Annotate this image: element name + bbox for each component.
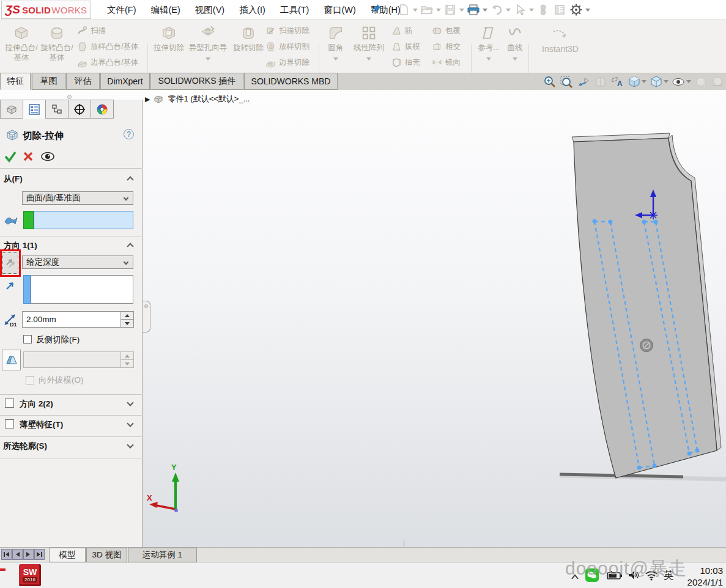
tab-configurationmanager[interactable] xyxy=(45,100,69,119)
tab-mbd[interactable]: SOLIDWORKS MBD xyxy=(244,73,338,90)
select-cursor-icon[interactable] xyxy=(513,2,527,17)
direction1-collapse-chevron[interactable] xyxy=(127,243,133,249)
next-tab-button[interactable] xyxy=(23,549,34,560)
clock[interactable]: 10:03 2024/1/1 xyxy=(684,565,723,587)
direction1-dropdown[interactable]: 给定深度 xyxy=(22,255,133,269)
save-dropdown[interactable] xyxy=(459,9,464,12)
revolved-boss-button[interactable]: 旋转凸台/基体 xyxy=(39,22,75,62)
display-style-icon[interactable] xyxy=(648,75,664,89)
thin-feature-expand-chevron[interactable] xyxy=(127,420,133,427)
section-view-icon[interactable] xyxy=(593,75,609,89)
tab-model[interactable]: 模型 xyxy=(49,548,86,562)
menu-insert[interactable]: 插入(I) xyxy=(232,4,273,16)
wrap-button[interactable]: 包覆 xyxy=(432,26,461,36)
depth-spinner[interactable] xyxy=(120,312,133,327)
direction1-selection-field[interactable] xyxy=(31,275,133,304)
extruded-cut-button[interactable]: 拉伸切除 xyxy=(152,22,186,53)
rib-button[interactable]: 筋 xyxy=(391,26,413,36)
hole-wizard-button[interactable]: 异型孔向导 xyxy=(187,22,229,61)
tab-evaluate[interactable]: 评估 xyxy=(66,73,100,90)
intersect-button[interactable]: 相交 xyxy=(432,42,461,52)
task-pane-icon[interactable] xyxy=(552,2,567,17)
shell-button[interactable]: 抽壳 xyxy=(391,57,420,68)
cancel-button[interactable] xyxy=(23,151,34,162)
zoom-to-area-icon[interactable] xyxy=(558,75,574,89)
linear-pattern-button[interactable]: 线性阵列 xyxy=(350,22,388,61)
extruded-boss-button[interactable]: 拉伸凸台/基体 xyxy=(4,22,39,62)
tab-dimxpertmanager[interactable] xyxy=(68,100,91,119)
menu-tools[interactable]: 工具(T) xyxy=(273,4,317,16)
depth-spin-down[interactable] xyxy=(121,320,133,327)
hide-show-items-icon[interactable] xyxy=(670,75,686,89)
open-file-dropdown[interactable] xyxy=(436,9,441,12)
options-gear-icon[interactable] xyxy=(569,2,583,17)
fillet-button[interactable]: 圆角 xyxy=(322,22,349,61)
ok-button[interactable] xyxy=(4,150,17,163)
view-annotations-icon[interactable]: A xyxy=(609,75,625,89)
panel-splitter-grip[interactable] xyxy=(67,95,72,99)
zoom-to-fit-icon[interactable] xyxy=(542,75,558,89)
tab-dimxpert[interactable]: DimXpert xyxy=(100,73,150,90)
select-dropdown[interactable] xyxy=(529,9,534,12)
mirror-button[interactable]: 镜向 xyxy=(432,57,461,68)
edit-appearance-icon[interactable] xyxy=(694,75,709,89)
menu-edit[interactable]: 编辑(E) xyxy=(144,4,188,16)
hole-wizard-dropdown[interactable] xyxy=(206,57,210,61)
new-file-dropdown[interactable] xyxy=(413,9,418,12)
depth-input[interactable]: 2.00mm xyxy=(22,311,134,328)
new-file-icon[interactable] xyxy=(396,2,411,17)
lofted-boss-button[interactable]: 放样凸台/基体 xyxy=(77,42,138,52)
display-style-dropdown[interactable] xyxy=(664,80,669,83)
view-orientation-icon[interactable] xyxy=(626,75,642,89)
options-dropdown[interactable] xyxy=(585,9,590,12)
tab-features[interactable]: 特征 xyxy=(0,73,31,90)
flyout-expand-icon[interactable]: ▶ xyxy=(145,95,150,103)
tab-motion-study[interactable]: 运动算例 1 xyxy=(128,548,197,562)
preview-eye-button[interactable] xyxy=(40,151,55,162)
sketch-relation-badge[interactable] xyxy=(640,339,653,352)
curves-button[interactable]: 曲线 xyxy=(503,22,527,61)
selection-filter-icon[interactable] xyxy=(536,2,550,17)
panel-collapse-tab[interactable] xyxy=(143,301,150,333)
tab-3d-views[interactable]: 3D 视图 xyxy=(86,548,127,562)
draft-on-off-button[interactable] xyxy=(2,350,21,370)
last-tab-button[interactable] xyxy=(34,549,45,560)
linear-pattern-dropdown[interactable] xyxy=(366,57,371,61)
direction2-expand-chevron[interactable] xyxy=(127,399,133,406)
pin-menu-icon[interactable] xyxy=(370,3,382,18)
menu-file[interactable]: 文件(F) xyxy=(100,4,144,16)
tab-propertymanager[interactable] xyxy=(23,100,46,119)
reference-dropdown[interactable] xyxy=(486,57,491,61)
revolved-cut-button[interactable]: 旋转切除 xyxy=(231,22,265,53)
apply-scene-icon[interactable] xyxy=(709,75,725,89)
previous-view-icon[interactable] xyxy=(576,75,591,89)
undo-dropdown[interactable] xyxy=(506,9,511,12)
print-icon[interactable] xyxy=(466,2,481,17)
prev-tab-button[interactable] xyxy=(12,549,23,560)
graphics-viewport[interactable]: X Y xyxy=(142,90,726,547)
from-dropdown[interactable]: 曲面/面/基准面 xyxy=(22,191,133,205)
tab-displaymanager[interactable] xyxy=(91,100,114,119)
boundary-boss-button[interactable]: 边界凸台/基体 xyxy=(77,57,138,68)
curves-dropdown[interactable] xyxy=(513,57,517,61)
swept-boss-button[interactable]: 扫描 xyxy=(77,26,106,36)
selected-contours-expand-chevron[interactable] xyxy=(127,441,133,448)
view-orientation-dropdown[interactable] xyxy=(642,80,646,83)
draft-button[interactable]: 拔模 xyxy=(391,42,420,52)
direction2-checkbox[interactable] xyxy=(5,399,14,408)
from-selection-field[interactable] xyxy=(34,211,133,229)
reference-geometry-button[interactable]: 参考... xyxy=(475,22,503,61)
hide-show-dropdown[interactable] xyxy=(686,80,691,83)
tab-sketch[interactable]: 草图 xyxy=(32,73,65,90)
instant3d-button[interactable]: Instant3D xyxy=(532,26,588,54)
help-icon[interactable]: ? xyxy=(124,129,134,139)
tab-addins[interactable]: SOLIDWORKS 插件 xyxy=(150,73,243,90)
feature-tree-flyout[interactable]: ▶ 零件1 (默认<<默认>_... xyxy=(145,94,250,105)
menu-view[interactable]: 视图(V) xyxy=(188,4,232,16)
undo-icon[interactable] xyxy=(489,2,504,17)
flip-side-checkbox[interactable] xyxy=(23,335,32,344)
print-dropdown[interactable] xyxy=(483,9,487,12)
lofted-cut-button[interactable]: 放样切割 xyxy=(265,42,309,52)
swept-cut-button[interactable]: 扫描切除 xyxy=(265,26,309,36)
depth-spin-up[interactable] xyxy=(121,312,133,320)
